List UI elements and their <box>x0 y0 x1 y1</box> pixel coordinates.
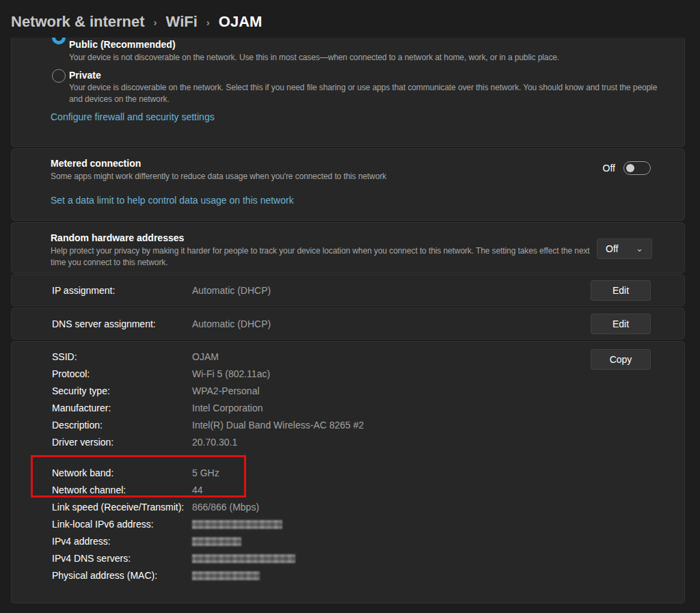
random-hw-title: Random hardware addresses <box>51 232 184 243</box>
public-radio-label: Public (Recommended) <box>69 39 176 50</box>
breadcrumb-network-internet[interactable]: Network & internet <box>11 13 145 31</box>
private-radio-label: Private <box>69 70 101 81</box>
random-hw-dropdown[interactable]: Off ⌄ <box>597 239 652 259</box>
redacted-value-block <box>192 537 241 546</box>
property-row-manufacturer: Manufacturer: Intel Corporation <box>12 400 684 417</box>
metered-connection-title: Metered connection <box>51 158 141 169</box>
private-radio-description: Your device is discoverable on the netwo… <box>69 82 658 105</box>
configure-firewall-link[interactable]: Configure firewall and security settings <box>51 111 215 122</box>
public-radio-description: Your device is not discoverable on the n… <box>69 52 671 64</box>
properties-list: SSID: OJAM Protocol: Wi-Fi 5 (802.11ac) … <box>12 342 684 584</box>
ip-edit-button[interactable]: Edit <box>591 280 651 301</box>
redacted-value-block <box>192 520 282 529</box>
metered-toggle-state-label: Off <box>603 163 615 174</box>
ip-assignment-value: Automatic (DHCP) <box>192 285 271 296</box>
toggle-knob <box>626 164 634 172</box>
property-row-mac-address: Physical address (MAC): <box>12 567 684 584</box>
copy-properties-button[interactable]: Copy <box>591 349 651 370</box>
metered-toggle[interactable] <box>623 161 651 175</box>
property-row-network-channel: Network channel: 44 <box>12 482 684 499</box>
property-row-ipv4-address: IPv4 address: <box>12 533 684 550</box>
ip-assignment-card: IP assignment: Automatic (DHCP) Edit <box>11 274 685 306</box>
dns-edit-button[interactable]: Edit <box>591 314 651 334</box>
property-row-network-band: Network band: 5 GHz <box>12 465 684 482</box>
breadcrumb: Network & internet › WiFi › OJAM <box>11 13 262 31</box>
ip-assignment-row: IP assignment: Automatic (DHCP) <box>12 275 684 305</box>
dns-assignment-label: DNS server assignment: <box>52 318 192 329</box>
ip-assignment-label: IP assignment: <box>52 285 192 296</box>
wifi-properties-card: Copy SSID: OJAM Protocol: Wi-Fi 5 (802.1… <box>11 341 685 603</box>
private-radio[interactable] <box>52 69 66 83</box>
property-row-driver-version: Driver version: 20.70.30.1 <box>12 434 684 451</box>
breadcrumb-current-page: OJAM <box>219 13 262 31</box>
random-hw-description: Help protect your privacy by making it h… <box>51 245 592 269</box>
data-limit-link[interactable]: Set a data limit to help control data us… <box>51 195 294 206</box>
chevron-right-icon: › <box>206 16 210 28</box>
chevron-right-icon: › <box>154 16 157 28</box>
chevron-down-icon: ⌄ <box>636 245 643 252</box>
dns-assignment-card: DNS server assignment: Automatic (DHCP) … <box>11 308 685 340</box>
redacted-value-block <box>192 554 295 563</box>
metered-toggle-group: Off <box>603 161 651 175</box>
metered-connection-description: Some apps might work differently to redu… <box>51 171 386 182</box>
public-radio[interactable] <box>52 38 66 44</box>
random-hw-dropdown-value: Off <box>606 243 618 254</box>
breadcrumb-wifi[interactable]: WiFi <box>166 13 198 31</box>
property-row-description: Description: Intel(R) Dual Band Wireless… <box>12 417 684 434</box>
metered-connection-card: Metered connection Some apps might work … <box>11 148 685 221</box>
property-row-ipv4-dns-servers: IPv4 DNS servers: <box>12 550 684 567</box>
dns-assignment-value: Automatic (DHCP) <box>192 318 271 329</box>
property-row-protocol: Protocol: Wi-Fi 5 (802.11ac) <box>12 366 684 383</box>
property-row-ipv6-address: Link-local IPv6 address: <box>12 516 684 533</box>
property-row-security-type: Security type: WPA2-Personal <box>12 383 684 400</box>
redacted-value-block <box>192 571 260 580</box>
random-hardware-addresses-card: Random hardware addresses Help protect y… <box>11 222 685 273</box>
property-row-link-speed: Link speed (Receive/Transmit): 866/866 (… <box>12 499 684 516</box>
property-row-ssid: SSID: OJAM <box>12 349 684 366</box>
network-profile-card: Public (Recommended) Your device is not … <box>11 38 685 147</box>
dns-assignment-row: DNS server assignment: Automatic (DHCP) <box>12 308 684 339</box>
